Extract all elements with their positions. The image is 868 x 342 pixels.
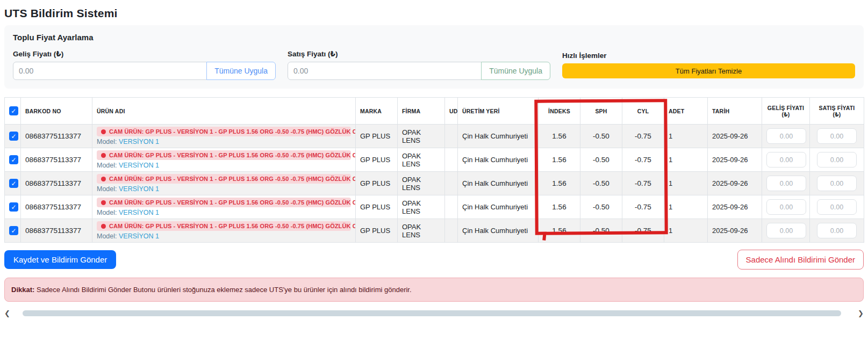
bulk-purchase-price-input[interactable] <box>13 62 207 80</box>
qty-cell: 1 <box>664 148 708 172</box>
page-title: UTS Bildirim Sistemi <box>4 0 864 25</box>
model-value: VERSİYON 1 <box>119 162 159 169</box>
clear-all-prices-button[interactable]: Tüm Fiyatları Temizle <box>562 63 855 78</box>
brand-cell: GP PLUS <box>356 125 398 148</box>
udi-cell <box>445 172 458 195</box>
select-all-checkbox[interactable]: ✓ <box>9 106 18 115</box>
receipt-only-button[interactable]: Sadece Alındı Bildirimi Gönder <box>737 250 864 270</box>
model-line: Model: VERSİYON 1 <box>97 138 351 145</box>
row-purchase-price-input[interactable] <box>766 128 806 144</box>
udi-cell <box>445 195 458 219</box>
header-qty: ADET <box>664 98 708 125</box>
row-sale-price-input[interactable] <box>817 152 857 168</box>
scroll-right-icon[interactable]: ❯ <box>858 310 864 317</box>
check-icon: ✓ <box>11 228 16 234</box>
table-row: ✓ 08683775113377 CAM ÜRÜN: GP PLUS - VER… <box>5 125 864 148</box>
apply-sale-all-button[interactable]: Tümüne Uygula <box>481 62 550 80</box>
model-value: VERSİYON 1 <box>119 209 159 216</box>
sph-cell: -0.50 <box>580 172 622 195</box>
row-sale-price-input[interactable] <box>817 223 857 238</box>
company-cell: OPAK LENS <box>398 195 445 219</box>
origin-cell: Çin Halk Cumhuriyeti <box>458 195 539 219</box>
header-sale-price: SATIŞ FİYATI (₺) <box>810 98 864 125</box>
page: UTS Bildirim Sistemi Toplu Fiyat Ayarlam… <box>4 0 864 317</box>
row-checkbox[interactable]: ✓ <box>9 155 18 164</box>
bulk-sale-price-input[interactable] <box>288 62 482 80</box>
barcode-cell: 08683775113377 <box>21 148 92 172</box>
header-product: ÜRÜN ADI <box>92 98 356 125</box>
header-sph: SPH <box>580 98 622 125</box>
cyl-cell: -0.75 <box>622 125 664 148</box>
header-udi: UDI <box>445 98 458 125</box>
index-cell: 1.56 <box>539 172 580 195</box>
barcode-cell: 08683775113377 <box>21 195 92 219</box>
row-purchase-price-input[interactable] <box>766 223 806 238</box>
table-row: ✓ 08683775113377 CAM ÜRÜN: GP PLUS - VER… <box>5 148 864 172</box>
red-dot-icon <box>101 129 106 134</box>
header-brand: MARKA <box>356 98 398 125</box>
product-cell: CAM ÜRÜN: GP PLUS - VERSİYON 1 - GP PLUS… <box>92 148 356 172</box>
company-cell: OPAK LENS <box>398 172 445 195</box>
actions-bar: Kaydet ve Bildirim Gönder Sadece Alındı … <box>4 250 864 270</box>
model-label: Model: <box>97 138 117 145</box>
product-badge-text: CAM ÜRÜN: GP PLUS - VERSİYON 1 - GP PLUS… <box>109 176 356 182</box>
barcode-cell: 08683775113377 <box>21 125 92 148</box>
udi-cell <box>445 219 458 243</box>
barcode-cell: 08683775113377 <box>21 219 92 243</box>
product-badge: CAM ÜRÜN: GP PLUS - VERSİYON 1 - GP PLUS… <box>97 150 351 160</box>
product-badge: CAM ÜRÜN: GP PLUS - VERSİYON 1 - GP PLUS… <box>97 174 351 184</box>
cyl-cell: -0.75 <box>622 172 664 195</box>
sale-price-label: Satış Fiyatı (₺) <box>288 49 550 58</box>
product-badge-text: CAM ÜRÜN: GP PLUS - VERSİYON 1 - GP PLUS… <box>109 223 356 229</box>
row-sale-price-input[interactable] <box>817 128 857 144</box>
warning-bold: Dikkat: <box>11 286 34 294</box>
header-date: TARİH <box>708 98 762 125</box>
row-checkbox[interactable]: ✓ <box>9 132 18 141</box>
check-icon: ✓ <box>11 204 16 210</box>
model-line: Model: VERSİYON 1 <box>97 162 351 169</box>
date-cell: 2025-09-26 <box>708 219 762 243</box>
table-row: ✓ 08683775113377 CAM ÜRÜN: GP PLUS - VER… <box>5 172 864 195</box>
index-cell: 1.56 <box>539 148 580 172</box>
model-value: VERSİYON 1 <box>119 138 159 145</box>
check-icon: ✓ <box>11 157 16 163</box>
row-purchase-price-input[interactable] <box>766 199 806 215</box>
company-cell: OPAK LENS <box>398 148 445 172</box>
model-label: Model: <box>97 209 117 216</box>
row-purchase-price-input[interactable] <box>766 176 806 191</box>
origin-cell: Çin Halk Cumhuriyeti <box>458 125 539 148</box>
sph-cell: -0.50 <box>580 195 622 219</box>
scrollbar-thumb[interactable] <box>23 310 841 316</box>
sph-cell: -0.50 <box>580 219 622 243</box>
row-checkbox[interactable]: ✓ <box>9 226 18 235</box>
row-checkbox[interactable]: ✓ <box>9 179 18 188</box>
model-label: Model: <box>97 185 117 193</box>
check-icon: ✓ <box>11 133 16 140</box>
product-badge: CAM ÜRÜN: GP PLUS - VERSİYON 1 - GP PLUS… <box>97 221 351 231</box>
scrollbar-track[interactable] <box>15 310 853 316</box>
header-company: FİRMA <box>398 98 445 125</box>
origin-cell: Çin Halk Cumhuriyeti <box>458 219 539 243</box>
index-cell: 1.56 <box>539 219 580 243</box>
table-row: ✓ 08683775113377 CAM ÜRÜN: GP PLUS - VER… <box>5 219 864 243</box>
header-cyl: CYL <box>622 98 664 125</box>
row-purchase-price-input[interactable] <box>766 152 806 168</box>
row-checkbox[interactable]: ✓ <box>9 202 18 212</box>
header-purchase-price: GELİŞ FİYATI (₺) <box>762 98 810 125</box>
scroll-left-icon[interactable]: ❮ <box>4 310 10 317</box>
header-origin: ÜRETİM YERİ <box>458 98 539 125</box>
check-icon: ✓ <box>11 108 16 114</box>
qty-cell: 1 <box>664 195 708 219</box>
qty-cell: 1 <box>664 125 708 148</box>
product-badge-text: CAM ÜRÜN: GP PLUS - VERSİYON 1 - GP PLUS… <box>109 128 356 135</box>
model-line: Model: VERSİYON 1 <box>97 209 351 216</box>
save-and-notify-button[interactable]: Kaydet ve Bildirim Gönder <box>4 250 116 269</box>
origin-cell: Çin Halk Cumhuriyeti <box>458 172 539 195</box>
table-row: ✓ 08683775113377 CAM ÜRÜN: GP PLUS - VER… <box>5 195 864 219</box>
header-barcode: BARKOD NO <box>21 98 92 125</box>
row-sale-price-input[interactable] <box>817 176 857 191</box>
qty-cell: 1 <box>664 219 708 243</box>
row-sale-price-input[interactable] <box>817 199 857 215</box>
date-cell: 2025-09-26 <box>708 195 762 219</box>
apply-purchase-all-button[interactable]: Tümüne Uygula <box>206 62 276 80</box>
